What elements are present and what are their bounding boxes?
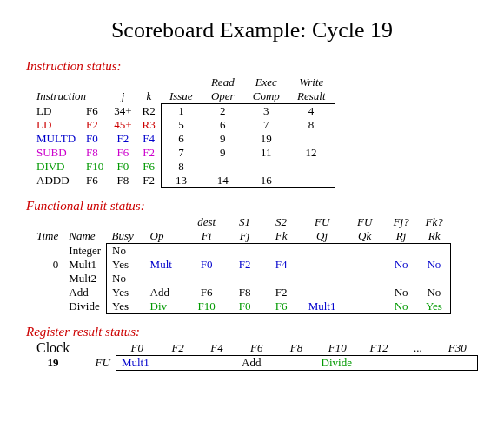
reg-val [158, 356, 197, 371]
cell-d: F2 [81, 118, 109, 132]
cell-write [288, 132, 335, 146]
cell-d: F8 [81, 146, 109, 160]
register-result-label: Register result status: [26, 325, 478, 339]
cell-read: 6 [201, 118, 244, 132]
cell-time [31, 286, 63, 299]
instruction-status-table: Read Exec Write Instruction j k Issue Op… [31, 76, 335, 188]
cell-j: F0 [109, 160, 136, 174]
reg-hdr: F4 [197, 341, 236, 356]
cell-k: R3 [137, 118, 162, 132]
col-read-top: Read [201, 76, 244, 89]
instr-row: LDF245+R35678 [31, 118, 335, 132]
fu-row: DivideYesDivF10F0F6Mult1NoYes [31, 299, 451, 314]
cell-qk [345, 286, 385, 299]
cell-name: Mult2 [63, 272, 106, 286]
cell-rk: No [418, 286, 451, 299]
reg-hdr: F6 [236, 341, 277, 356]
fu-label: FU [75, 356, 116, 371]
cell-exec [244, 160, 288, 174]
col-time: Time [31, 229, 63, 244]
cell-op: Mult [145, 258, 187, 272]
clock-label: Clock [31, 341, 75, 356]
cell-busy: No [107, 272, 145, 286]
col-fuB: FU [345, 215, 385, 229]
col-k: k [137, 89, 162, 104]
instr-row: MULTDF0F2F46919 [31, 132, 335, 146]
cell-d: F6 [81, 104, 109, 119]
cell-time [31, 244, 63, 259]
col-dest: dest [187, 215, 227, 229]
cell-fj: F0 [227, 299, 263, 314]
cell-k: R2 [137, 104, 162, 119]
cell-rk: Yes [418, 299, 451, 314]
col-j: j [109, 89, 136, 104]
col-read: Oper [201, 89, 244, 104]
cell-k: F2 [137, 174, 162, 188]
cell-qj [300, 258, 345, 272]
reg-val [437, 356, 477, 371]
cell-fj: F2 [227, 258, 263, 272]
col-instruction: Instruction [31, 89, 109, 104]
cell-rj [385, 272, 418, 286]
cell-fi: F6 [187, 286, 227, 299]
cell-write: 12 [288, 146, 335, 160]
functional-unit-table: dest S1 S2 FU FU Fj? Fk? Time Name Busy … [31, 215, 451, 314]
cell-fj: F8 [227, 286, 263, 299]
instr-row: LDF634+R21234 [31, 104, 335, 119]
cell-k: F6 [137, 160, 162, 174]
cell-exec: 3 [244, 104, 288, 119]
cell-qj [300, 272, 345, 286]
reg-val: Mult1 [116, 356, 158, 371]
cell-j: F6 [109, 146, 136, 160]
cell-issue: 7 [161, 146, 201, 160]
reg-val [359, 356, 399, 371]
cell-time: 0 [31, 258, 63, 272]
reg-val [399, 356, 437, 371]
clock-value: 19 [31, 356, 75, 371]
cell-rk [418, 272, 451, 286]
cell-op: Add [145, 286, 187, 299]
cell-read: 9 [201, 132, 244, 146]
cell-exec: 16 [244, 174, 288, 188]
fu-row: Mult2No [31, 272, 451, 286]
cell-issue: 8 [161, 160, 201, 174]
cell-time [31, 272, 63, 286]
col-issue: Issue [161, 89, 201, 104]
col-rj: Rj [385, 229, 418, 244]
cell-rj [385, 244, 418, 259]
cell-exec: 19 [244, 132, 288, 146]
cell-busy: Yes [107, 258, 145, 272]
cell-op [145, 244, 187, 259]
cell-op: ADDD [31, 174, 81, 188]
cell-fi [187, 272, 227, 286]
cell-d: F10 [81, 160, 109, 174]
instr-row: ADDDF6F8F2131416 [31, 174, 335, 188]
instruction-status-label: Instruction status: [26, 59, 478, 74]
cell-qk [345, 258, 385, 272]
cell-read: 2 [201, 104, 244, 119]
reg-hdr: F12 [359, 341, 399, 356]
cell-qk [345, 299, 385, 314]
cell-rj: No [385, 258, 418, 272]
reg-val [277, 356, 316, 371]
cell-issue: 1 [161, 104, 201, 119]
reg-val: Add [236, 356, 277, 371]
reg-val [197, 356, 236, 371]
cell-op: LD [31, 104, 81, 119]
col-exec: Comp [244, 89, 288, 104]
cell-qj: Mult1 [300, 299, 345, 314]
cell-issue: 6 [161, 132, 201, 146]
cell-qj [300, 286, 345, 299]
cell-op: Div [145, 299, 187, 314]
cell-j: 45+ [109, 118, 136, 132]
cell-rk: No [418, 258, 451, 272]
cell-qk [345, 272, 385, 286]
cell-read: 14 [201, 174, 244, 188]
cell-d: F6 [81, 174, 109, 188]
reg-val: Divide [316, 356, 359, 371]
cell-fk [263, 272, 300, 286]
functional-unit-label: Functional unit status: [26, 199, 478, 214]
cell-fi [187, 244, 227, 259]
cell-j: F2 [109, 132, 136, 146]
register-result-section: Register result status: ClockF0F2F4F6F8F… [26, 325, 478, 371]
